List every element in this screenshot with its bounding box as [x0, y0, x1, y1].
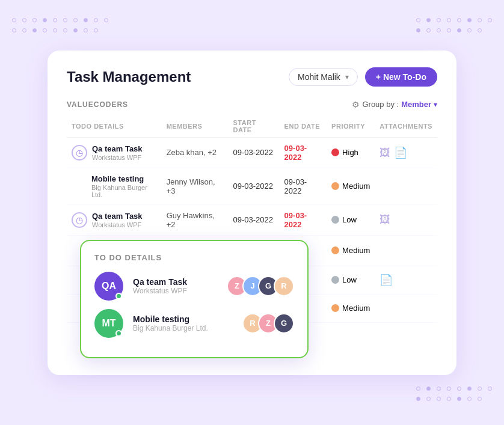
popup-item-sub: Big Kahuna Burger Ltd.	[133, 324, 233, 332]
popup-item[interactable]: QA Qa team Task Workstatus WPF ZJGR	[94, 272, 294, 301]
col-members: MEMBERS	[162, 115, 229, 138]
attachments-cell	[375, 294, 437, 322]
priority-dot	[331, 182, 339, 190]
priority-cell: Medium	[327, 168, 375, 204]
filter-icon: ⚙	[352, 100, 360, 109]
org-label: VALUECODERS	[67, 100, 128, 109]
priority-label: Low	[342, 275, 357, 284]
popup-item-info: Qa team Task Workstatus WPF	[133, 277, 217, 295]
task-sub: Workstatus WPF	[92, 221, 143, 228]
doc-attachment-icon[interactable]: 📄	[394, 147, 407, 159]
page-title: Task Management	[67, 69, 191, 85]
popup-title: TO DO DETAILS	[94, 253, 294, 262]
priority-dot	[331, 246, 339, 254]
header: Task Management Mohit Malik ▾ + New To-D…	[67, 67, 437, 87]
member-avatar: G	[274, 313, 294, 334]
doc-attachment-icon[interactable]: 📄	[380, 274, 393, 286]
priority-dot	[331, 216, 339, 224]
header-actions: Mohit Malik ▾ + New To-Do	[289, 67, 437, 87]
popup-task-avatar: MT	[94, 309, 123, 338]
attachments-cell	[375, 168, 437, 204]
col-end-date: END DATE	[280, 115, 327, 138]
priority-cell: High	[327, 137, 375, 168]
avatar-initials: MT	[102, 318, 115, 329]
todo-details-cell: ◷Qa team TaskWorkstatus WPF	[67, 204, 162, 235]
task-name: Mobile testing	[91, 174, 157, 183]
popup-task-avatar: QA	[94, 272, 123, 301]
table-row[interactable]: Mobile testingBig Kahuna Burger Ltd.Jenn…	[67, 168, 437, 204]
chevron-down-icon: ▾	[434, 100, 437, 109]
priority-badge: High	[331, 148, 370, 157]
priority-label: Medium	[342, 182, 370, 191]
col-todo-details: TODO DETAILS	[67, 115, 162, 138]
members-cell: Jenny Wilson, +3	[162, 168, 229, 204]
popup-members: RZG	[242, 313, 294, 334]
priority-label: High	[342, 148, 358, 157]
priority-badge: Medium	[331, 246, 370, 255]
member-avatar: R	[274, 276, 294, 296]
table-row[interactable]: ◷Qa team TaskWorkstatus WPFZeba khan, +2…	[67, 137, 437, 168]
popup-item-name: Mobile testing	[133, 314, 233, 324]
priority-badge: Low	[331, 275, 370, 284]
col-start-date: START DATE	[229, 115, 280, 138]
end-date-cell: 09-03-2022	[280, 204, 327, 235]
table-header-row: TODO DETAILS MEMBERS START DATE END DATE…	[67, 115, 437, 138]
priority-badge: Low	[331, 215, 370, 224]
attachments-cell	[375, 235, 437, 266]
popup-members: ZJGR	[227, 276, 294, 296]
task-status-icon: ◷	[72, 145, 87, 161]
user-selector[interactable]: Mohit Malik ▾	[289, 68, 358, 86]
task-sub: Workstatus WPF	[92, 154, 143, 161]
group-by: ⚙ Group by : Member ▾	[352, 100, 437, 109]
attachments-cell: 🖼	[375, 204, 437, 235]
members-cell: Guy Hawkins, +2	[162, 204, 229, 235]
popup-item-name: Qa team Task	[133, 277, 217, 287]
popup-item-sub: Workstatus WPF	[133, 287, 217, 295]
task-status-icon: ◷	[72, 212, 87, 228]
priority-cell: Low	[327, 266, 375, 294]
priority-badge: Medium	[331, 304, 370, 313]
task-sub: Big Kahuna Burger Ltd.	[91, 184, 157, 198]
priority-label: Low	[342, 215, 357, 224]
task-name: Qa team Task	[92, 144, 143, 153]
user-name: Mohit Malik	[298, 72, 340, 82]
attachments-cell: 🖼📄	[375, 137, 437, 168]
priority-dot	[331, 276, 339, 284]
popup-item-info: Mobile testing Big Kahuna Burger Ltd.	[133, 314, 233, 332]
priority-badge: Medium	[331, 182, 370, 191]
todo-popup: TO DO DETAILS QA Qa team Task Workstatus…	[80, 240, 309, 358]
group-by-value[interactable]: Member	[401, 100, 431, 109]
todo-details-cell: Mobile testingBig Kahuna Burger Ltd.	[67, 168, 162, 204]
avatar-initials: QA	[102, 281, 116, 292]
subheader: VALUECODERS ⚙ Group by : Member ▾	[67, 100, 437, 109]
chevron-down-icon: ▾	[345, 73, 349, 81]
col-attachments: ATTACHMENTS	[375, 115, 437, 138]
priority-dot	[331, 304, 339, 312]
avatar-status-dot	[115, 293, 122, 299]
col-priority: PRIORITY	[327, 115, 375, 138]
priority-cell: Medium	[327, 294, 375, 322]
start-date-cell: 09-03-2022	[229, 204, 280, 235]
start-date-cell: 09-03-2022	[229, 168, 280, 204]
priority-label: Medium	[342, 304, 370, 313]
todo-details-cell: ◷Qa team TaskWorkstatus WPF	[67, 137, 162, 168]
attachments-cell: 📄	[375, 266, 437, 294]
popup-item[interactable]: MT Mobile testing Big Kahuna Burger Ltd.…	[94, 309, 294, 338]
avatar-status-dot	[115, 330, 122, 337]
priority-label: Medium	[342, 246, 370, 255]
start-date-cell: 09-03-2022	[229, 137, 280, 168]
image-attachment-icon[interactable]: 🖼	[380, 147, 390, 159]
new-todo-button[interactable]: + New To-Do	[365, 67, 437, 87]
group-by-label: Group by :	[362, 100, 399, 109]
image-attachment-icon[interactable]: 🖼	[380, 213, 390, 225]
table-row[interactable]: ◷Qa team TaskWorkstatus WPFGuy Hawkins, …	[67, 204, 437, 235]
end-date-cell: 09-03-2022	[280, 168, 327, 204]
task-name: Qa team Task	[92, 212, 143, 221]
priority-cell: Medium	[327, 235, 375, 266]
priority-cell: Low	[327, 204, 375, 235]
end-date-cell: 09-03-2022	[280, 137, 327, 168]
main-card: Task Management Mohit Malik ▾ + New To-D…	[48, 50, 456, 375]
priority-dot	[331, 148, 339, 156]
members-cell: Zeba khan, +2	[162, 137, 229, 168]
